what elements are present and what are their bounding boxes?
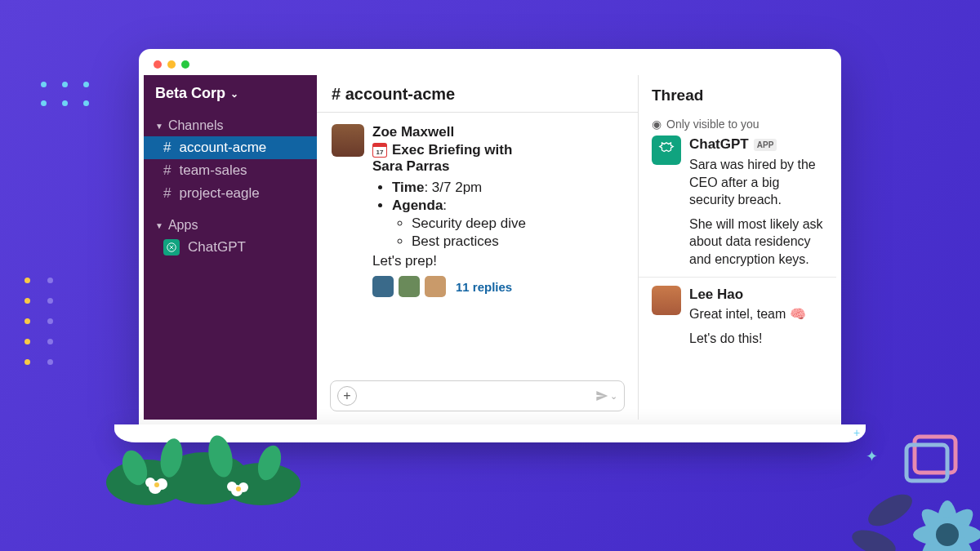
window-titlebar: [144, 54, 836, 75]
window-minimize-button[interactable]: [167, 60, 176, 69]
message-closing: Let's prep!: [372, 253, 623, 269]
composer-send-button[interactable]: ⌄: [595, 389, 617, 402]
calendar-icon: 17: [372, 143, 387, 158]
sidebar-channel-account-acme[interactable]: # account-acme: [144, 136, 317, 159]
message-body: Zoe Maxwell 17 Exec Briefing with Sara P…: [372, 124, 623, 297]
message-composer[interactable]: + ⌄: [330, 380, 625, 411]
svg-point-8: [149, 481, 162, 494]
thread-header: Thread: [639, 75, 836, 114]
sidebar-channel-team-sales[interactable]: # team-sales: [144, 159, 317, 182]
chevron-down-icon: ⌄: [610, 391, 617, 402]
bullet-agenda: Agenda:: [392, 198, 623, 214]
sidebar: Beta Corp ⌄ ▼ Channels # account-acme # …: [144, 75, 317, 420]
svg-point-19: [915, 502, 979, 551]
svg-point-22: [849, 525, 899, 551]
sidebar-app-chatgpt[interactable]: ChatGPT: [144, 236, 317, 259]
window-maximize-button[interactable]: [181, 60, 189, 69]
bullet-time: Time: 3/7 2pm: [392, 180, 623, 196]
hash-icon: #: [163, 140, 171, 156]
chatgpt-avatar[interactable]: [652, 136, 681, 165]
decorative-dots: [41, 82, 91, 106]
composer-attach-button[interactable]: +: [337, 386, 357, 406]
app-name: ChatGPT: [188, 239, 246, 256]
app-window: Beta Corp ⌄ ▼ Channels # account-acme # …: [139, 49, 841, 424]
thread-message-lee: Lee Hao Great intel, team 🧠 Let's do thi…: [639, 277, 836, 356]
svg-rect-24: [906, 445, 947, 481]
svg-point-11: [231, 485, 243, 496]
window-close-button[interactable]: [154, 60, 162, 69]
channel-name: project-eagle: [179, 185, 259, 202]
svg-point-3: [222, 463, 301, 505]
svg-text:✦: ✦: [866, 448, 878, 464]
reply-avatar: [425, 276, 446, 297]
replies-count: 11 replies: [456, 280, 512, 294]
svg-point-7: [254, 442, 285, 483]
apps-label: Apps: [168, 218, 198, 233]
laptop-frame: Beta Corp ⌄ ▼ Channels # account-acme # …: [139, 49, 841, 442]
svg-point-13: [227, 482, 237, 491]
message-author[interactable]: Zoe Maxwell: [372, 124, 623, 140]
app-badge: APP: [754, 139, 777, 152]
svg-point-10: [145, 478, 155, 487]
workspace-switcher[interactable]: Beta Corp ⌄: [144, 75, 317, 113]
message-title-line: 17 Exec Briefing with: [372, 142, 623, 158]
decorative-dots: [24, 278, 56, 365]
thread-author: ChatGPT APP: [689, 136, 823, 154]
svg-point-16: [936, 500, 959, 551]
svg-rect-23: [915, 437, 956, 473]
svg-point-14: [154, 482, 159, 487]
send-icon: [595, 389, 608, 402]
caret-down-icon: ▼: [155, 122, 163, 131]
svg-point-18: [913, 523, 980, 546]
sidebar-channel-project-eagle[interactable]: # project-eagle: [144, 182, 317, 205]
message-bullets: Time: 3/7 2pm Agenda: Security deep dive…: [392, 180, 623, 250]
agenda-item: Security deep dive: [412, 216, 623, 232]
svg-point-4: [118, 447, 151, 489]
message-title-line2: Sara Parras: [372, 158, 623, 175]
thread-author: Lee Hao: [689, 286, 806, 304]
avatar[interactable]: [652, 286, 681, 315]
svg-point-1: [106, 460, 188, 505]
replies-row[interactable]: 11 replies: [372, 276, 623, 297]
avatar[interactable]: [332, 124, 364, 157]
thread-paragraph: She will most likely ask about data resi…: [689, 216, 823, 269]
laptop-base: [114, 424, 866, 442]
thread-line: Let's do this!: [689, 330, 806, 348]
svg-point-2: [159, 452, 249, 504]
hash-icon: #: [163, 162, 171, 179]
main-column: # account-acme Zoe Maxwell 17 Exec Brief…: [317, 75, 639, 420]
svg-point-5: [158, 437, 185, 479]
composer-input[interactable]: [363, 389, 589, 403]
reply-avatar: [372, 276, 394, 297]
channels-label: Channels: [168, 118, 224, 133]
channel-name: team-sales: [179, 162, 247, 179]
thread-paragraph: Sara was hired by the CEO after a big se…: [689, 156, 823, 209]
svg-point-9: [156, 478, 167, 490]
svg-point-21: [863, 488, 917, 532]
svg-point-12: [238, 482, 248, 492]
channel-title: # account-acme: [332, 85, 455, 103]
channels-section-header[interactable]: ▼ Channels: [144, 113, 317, 136]
workspace-name: Beta Corp: [155, 85, 225, 102]
channel-header[interactable]: # account-acme: [317, 75, 638, 113]
chatgpt-icon: [163, 239, 180, 256]
svg-point-20: [936, 523, 959, 546]
chevron-down-icon: ⌄: [230, 88, 238, 100]
visibility-note: ◉ Only visible to you: [639, 114, 836, 132]
hash-icon: #: [163, 185, 171, 202]
eye-icon: ◉: [652, 118, 662, 131]
channel-name: account-acme: [179, 140, 266, 156]
reply-avatar: [399, 276, 420, 297]
thread-line: Great intel, team 🧠: [689, 305, 806, 323]
agenda-item: Best practices: [412, 233, 623, 250]
slack-app: Beta Corp ⌄ ▼ Channels # account-acme # …: [144, 75, 836, 420]
apps-section-header[interactable]: ▼ Apps: [144, 213, 317, 236]
thread-column: Thread ◉ Only visible to you ChatGPT: [639, 75, 836, 420]
chatgpt-icon: [657, 141, 675, 159]
svg-point-15: [236, 487, 241, 491]
thread-message-chatgpt: ChatGPT APP Sara was hired by the CEO af…: [639, 132, 836, 277]
svg-point-17: [915, 502, 979, 551]
message: Zoe Maxwell 17 Exec Briefing with Sara P…: [317, 113, 638, 302]
caret-down-icon: ▼: [155, 221, 163, 230]
